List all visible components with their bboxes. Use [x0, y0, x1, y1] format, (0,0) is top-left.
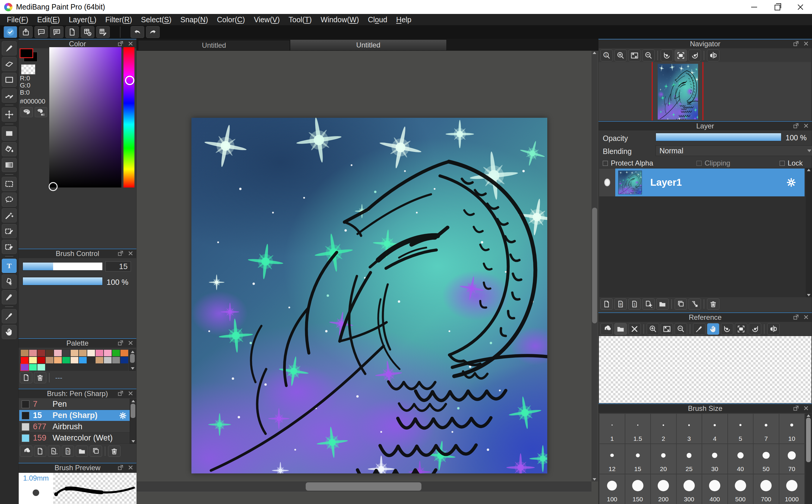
crop-frame-button[interactable]: [675, 50, 687, 61]
brush-size-2[interactable]: 2: [651, 414, 676, 444]
comment-dots-button[interactable]: [34, 26, 48, 38]
comment-button[interactable]: [50, 26, 63, 38]
popout-icon[interactable]: [793, 405, 799, 411]
cloud-check-button[interactable]: [4, 26, 17, 38]
palette-swatch[interactable]: [62, 357, 70, 363]
scroll-up-icon[interactable]: [807, 414, 810, 417]
palette-swatch[interactable]: [71, 357, 78, 363]
hand-button[interactable]: [2, 325, 17, 339]
move-button[interactable]: [2, 107, 17, 122]
scroll-down-icon[interactable]: [131, 440, 135, 443]
brush-opacity-slider[interactable]: [23, 277, 103, 285]
zoom-in-button[interactable]: [647, 323, 659, 335]
palette-swatch[interactable]: [96, 357, 103, 363]
canvas-vscroll-thumb[interactable]: [592, 208, 597, 323]
brush-size-20[interactable]: 20: [651, 444, 676, 474]
brush-size-1[interactable]: 1: [599, 414, 625, 444]
palette-swatch[interactable]: [29, 350, 37, 356]
trash-button[interactable]: [108, 446, 120, 457]
brush-size-5[interactable]: 5: [728, 414, 754, 444]
tab-untitled-1[interactable]: Untitled: [138, 40, 290, 51]
layer-visibility-toggle[interactable]: [599, 168, 615, 196]
palette-swatch[interactable]: [104, 350, 112, 356]
menu-view-v-[interactable]: View(V): [249, 15, 284, 24]
redo-button[interactable]: [146, 26, 160, 38]
checkbox-icon[interactable]: [697, 161, 702, 166]
palette-swatch[interactable]: [112, 350, 120, 356]
popout-icon[interactable]: [793, 40, 799, 47]
close-panel-icon[interactable]: [127, 464, 134, 471]
trash-button[interactable]: [707, 298, 719, 310]
brush-row-watercolor-wet-[interactable]: 159Watercolor (Wet): [19, 433, 136, 444]
zoom-in-button[interactable]: [614, 50, 627, 61]
palette-swatch[interactable]: [37, 350, 45, 356]
doc-s-button[interactable]: [62, 446, 74, 457]
polyline-button[interactable]: [2, 88, 17, 103]
menu-tool-t-[interactable]: Tool(T): [284, 15, 316, 24]
menu-cloud[interactable]: Cloud: [363, 15, 392, 24]
navigator-preview[interactable]: [599, 62, 811, 120]
layer-row-layer1[interactable]: Layer1: [599, 168, 805, 196]
fill-rect-button[interactable]: [2, 126, 17, 141]
hue-cursor[interactable]: [125, 76, 134, 85]
close-x-button[interactable]: [628, 323, 641, 335]
palette-swatch[interactable]: [87, 357, 95, 363]
popout-icon[interactable]: [793, 123, 799, 129]
gradient-button[interactable]: [2, 158, 17, 172]
zoom-out-button[interactable]: [675, 323, 687, 335]
palette-swatch[interactable]: [21, 364, 28, 371]
brush-size-7[interactable]: 7: [753, 414, 779, 444]
tab-untitled-2[interactable]: Untitled: [290, 39, 447, 51]
brush-size-value[interactable]: 15: [105, 261, 131, 271]
palette-edit-button[interactable]: [35, 107, 47, 117]
menu-snap-n-[interactable]: Snap(N): [176, 15, 212, 24]
palette-scrollbar-thumb[interactable]: [130, 354, 135, 363]
brush-size-500[interactable]: 500: [728, 474, 754, 504]
brush-size-100[interactable]: 100: [599, 474, 625, 504]
sv-cursor[interactable]: [49, 182, 58, 191]
palette-scrollbar[interactable]: [129, 349, 136, 371]
doc-add-button[interactable]: [642, 298, 655, 310]
palette-swatch[interactable]: [104, 357, 112, 363]
close-panel-icon[interactable]: [803, 405, 809, 411]
palette-swatch[interactable]: [54, 350, 62, 356]
brush-size-70[interactable]: 70: [779, 444, 805, 474]
close-panel-icon[interactable]: [127, 340, 134, 346]
palette-swatch[interactable]: [87, 350, 95, 356]
text-button[interactable]: [2, 259, 17, 273]
menu-select-s-[interactable]: Select(S): [136, 15, 176, 24]
palette-swatch[interactable]: [79, 357, 87, 363]
protect-alpha-checkbox[interactable]: Protect Alpha: [603, 159, 653, 167]
select-pen-button[interactable]: [2, 224, 17, 238]
scroll-down-icon[interactable]: [593, 478, 596, 481]
clipping-checkbox[interactable]: Clipping: [697, 159, 730, 167]
folder-button[interactable]: [614, 323, 627, 335]
trash-button[interactable]: [34, 372, 46, 383]
brush-size-12[interactable]: 12: [599, 444, 625, 474]
brush-size-25[interactable]: 25: [676, 444, 702, 474]
palette-swatch[interactable]: [112, 357, 120, 363]
brush-size-scrollbar-thumb[interactable]: [806, 418, 811, 462]
scroll-up-icon[interactable]: [593, 52, 596, 54]
brush-size-40[interactable]: 40: [728, 444, 754, 474]
checkbox-icon[interactable]: [603, 161, 608, 166]
brush-size-50[interactable]: 50: [753, 444, 779, 474]
close-panel-icon[interactable]: [803, 314, 809, 320]
brush-button[interactable]: [2, 41, 17, 55]
doc-1-button[interactable]: [628, 298, 641, 310]
canvas-vertical-scrollbar[interactable]: [592, 51, 598, 481]
menu-help[interactable]: Help: [392, 15, 416, 24]
brush-size-3[interactable]: 3: [676, 414, 702, 444]
palette-swatch[interactable]: [46, 350, 53, 356]
zoom-actual-button[interactable]: [600, 50, 613, 61]
scroll-down-icon[interactable]: [131, 367, 134, 370]
share-button[interactable]: [19, 26, 33, 38]
merge-button[interactable]: [689, 298, 701, 310]
palette-swatch[interactable]: [96, 350, 103, 356]
layer-settings-gear-icon[interactable]: [786, 177, 797, 188]
brush-size-200[interactable]: 200: [651, 474, 676, 504]
marquee-rect-button[interactable]: [2, 177, 17, 191]
palette-swatch[interactable]: [29, 357, 37, 363]
duplicate-button[interactable]: [675, 298, 687, 310]
brush-size-150[interactable]: 150: [625, 474, 651, 504]
